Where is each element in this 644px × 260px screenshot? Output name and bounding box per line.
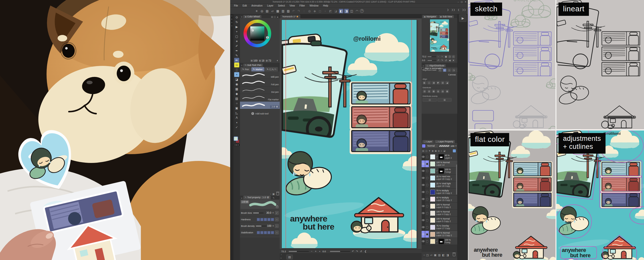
layer-checkbox[interactable] <box>425 203 429 209</box>
menu-item[interactable]: File <box>232 4 240 7</box>
layer-row[interactable]: ✓ 100 % Normal Layer 6 Copy 2 <box>422 203 457 210</box>
align-button[interactable]: ▤ <box>441 81 445 84</box>
toolbar-icon[interactable]: ▨ <box>286 9 291 13</box>
layer-thumbnail[interactable] <box>430 154 435 160</box>
layer-command-icon[interactable]: ▼ <box>428 150 431 152</box>
toolbar-icon[interactable]: ◪ <box>334 9 338 13</box>
tab-color-wheel[interactable]: ◉Color Wheel <box>243 15 261 18</box>
layer-checkbox[interactable] <box>425 153 429 160</box>
layer-row[interactable]: ✓ 25 % Hard mix Layer 20 Copy 2 <box>422 175 457 182</box>
layer-row[interactable]: ✓ 100 % Foreg <box>422 238 457 245</box>
layer-visibility-toggle[interactable] <box>422 196 425 202</box>
color-mode-icon[interactable]: ◐ <box>277 59 278 62</box>
document-tab[interactable]: homesick-1* <box>280 15 300 18</box>
overflow-arrow-icon[interactable]: ❯❯ <box>462 9 466 11</box>
opacity-value[interactable]: 100 <box>450 145 454 147</box>
layer-row[interactable]: ✓ 100 % Foregr <box>422 167 457 175</box>
chevron-down-icon[interactable]: ⌄ <box>453 69 455 71</box>
overflow-arrow-icon[interactable]: ❮ <box>458 9 460 11</box>
layer-name[interactable]: Layer 14 <box>436 164 450 166</box>
toolbar-icon[interactable]: ◎ <box>260 9 264 13</box>
dock-button[interactable]: ▶ <box>459 14 467 22</box>
document-tabs[interactable]: homesick-1* <box>280 14 422 18</box>
foreground-color-swatch[interactable] <box>234 137 238 141</box>
color-swatch-pair[interactable] <box>234 137 240 145</box>
layer-checkbox[interactable] <box>425 231 429 238</box>
toolbar-icon[interactable]: ▫ <box>323 9 328 13</box>
sub-tool-group-tab[interactable]: ✎にんぺ <box>265 67 278 71</box>
property-tiles[interactable] <box>257 231 274 234</box>
property-extra-button[interactable]: ↓ <box>275 224 279 228</box>
menu-item[interactable]: Filter <box>297 4 307 7</box>
tab-sub-tool[interactable]: ✎Sub Tool: Pen <box>243 64 263 67</box>
panel-menu-icon[interactable]: ≡ <box>241 197 243 199</box>
layer-command-icon[interactable]: ◉ <box>432 150 434 152</box>
layer-row[interactable]: ✓ 70 % Multiply Layer 16 Copy 2 <box>422 189 457 196</box>
spinner-icon[interactable]: ⬍ <box>272 225 274 227</box>
layer-panel-tab[interactable]: ❏Layer <box>422 140 434 143</box>
menu-item[interactable]: Layer <box>265 4 276 7</box>
layer-checkbox[interactable] <box>425 182 429 188</box>
tool-icon[interactable]: ∗ <box>234 39 239 44</box>
layer-name[interactable]: Layer 20 Copy 2 <box>436 178 452 181</box>
zoom-button[interactable]: + <box>314 250 317 253</box>
layer-row[interactable]: ✓ 75 % Overlay Layer 17 Copy <box>422 224 457 231</box>
chevron-icon[interactable]: ⌃ <box>280 254 282 256</box>
layer-visibility-toggle[interactable] <box>422 203 425 209</box>
layer-visibility-toggle[interactable] <box>422 217 425 224</box>
navigator-zoom-button[interactable]: − <box>437 55 440 58</box>
layer-name[interactable]: Layer 2 <box>445 157 452 159</box>
align-button[interactable]: ◩ <box>436 81 440 84</box>
layer-command-icon[interactable]: ◫ <box>425 150 428 152</box>
align-button[interactable]: ◨ <box>432 81 435 84</box>
layer-visibility-toggle[interactable] <box>422 167 425 174</box>
window-control-button[interactable]: – <box>458 1 459 3</box>
layer-thumbnail[interactable] <box>430 203 435 209</box>
toolbar-icon[interactable]: ◻ <box>318 9 322 13</box>
opacity-slider[interactable] <box>439 145 450 147</box>
hue-cursor[interactable] <box>266 36 269 38</box>
collapse-arrow-icon[interactable]: « <box>231 21 232 24</box>
layer-footer-icon[interactable]: ▫ <box>424 253 425 256</box>
zoom-button[interactable]: ▪ <box>318 250 321 253</box>
tool-icon[interactable]: ▣ <box>234 106 239 110</box>
menu-item[interactable]: Animation <box>249 4 265 7</box>
layer-command-icon[interactable]: ▤ <box>422 150 424 152</box>
subtool-item[interactable]: Flat marker <box>240 94 280 102</box>
tool-icon[interactable]: ✓ <box>234 125 239 129</box>
tab-align-distribute[interactable]: ◫Align/Distribute <box>425 64 446 67</box>
align-button[interactable]: ◫ <box>427 81 431 84</box>
tool-icon[interactable]: ↻ <box>234 20 239 24</box>
tool-property-row[interactable]: Hardness ⬍ › <box>240 216 280 223</box>
layer-checkbox[interactable] <box>425 210 429 216</box>
property-tiles[interactable] <box>257 218 274 221</box>
delete-layer-icon[interactable] <box>453 253 455 256</box>
chevron-icon[interactable]: » <box>280 257 282 259</box>
property-extra-button[interactable]: › <box>275 218 279 221</box>
window-titlebar[interactable]: homesick-1* (4.25 x 6.25in Trim size:4.0… <box>230 0 468 4</box>
property-slider[interactable] <box>256 226 266 227</box>
sub-tool-group-tab[interactable]: ✎Marker <box>251 67 265 71</box>
layer-footer-icon[interactable]: ▱ <box>430 253 432 257</box>
layer-name[interactable]: Layer 16 Copy 2 <box>436 192 452 195</box>
distribute-button[interactable]: ▦ <box>432 90 435 93</box>
subtool-item[interactable]: Felt pen <box>240 79 280 86</box>
layer-thumbnail[interactable] <box>430 225 435 230</box>
tool-icon[interactable]: ◆ <box>234 91 239 96</box>
tool-icon[interactable]: ✒ <box>234 48 239 53</box>
zoom-button[interactable]: − <box>310 250 313 253</box>
panel-menu-icon[interactable]: ≡ <box>422 65 424 67</box>
alignment-base-icon[interactable]: ◱ <box>443 68 447 72</box>
layer-name[interactable]: Foregr <box>445 171 451 174</box>
align-button[interactable]: ◧ <box>423 81 426 84</box>
timeline-icon[interactable]: ▤ <box>286 254 293 259</box>
layer-thumbnail[interactable] <box>430 232 435 237</box>
layer-visibility-toggle[interactable] <box>422 160 425 167</box>
layer-footer-icon[interactable]: ◨ <box>446 253 449 257</box>
collapse-arrow-icon[interactable]: « <box>231 15 232 17</box>
canvas-artwork[interactable]: anywherebut here@rolilomi <box>282 20 417 248</box>
rotate-button[interactable]: ↷ <box>355 250 359 253</box>
tool-property-row[interactable]: Brush density 100 ⬍ ↓ <box>240 223 280 229</box>
navigator-zoom-slider[interactable] <box>428 56 436 57</box>
layer-mask-color-icon[interactable] <box>453 149 456 152</box>
